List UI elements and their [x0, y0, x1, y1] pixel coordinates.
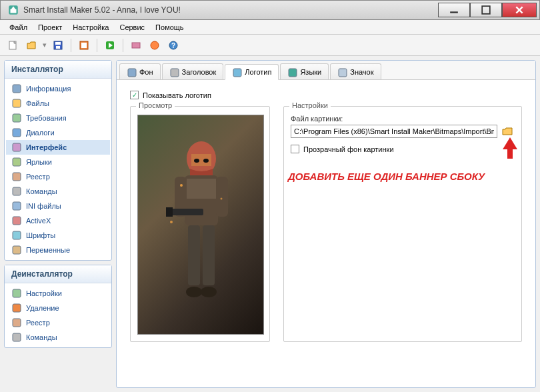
sidebar-item-label: Ярлыки [26, 158, 52, 166]
svg-rect-15 [13, 85, 21, 93]
svg-point-12 [151, 41, 159, 49]
titlebar: Smart Install Maker 5.02 - Anna, I love … [0, 0, 540, 20]
icon-icon [337, 67, 347, 77]
open-button[interactable] [24, 38, 39, 53]
sidebar-item-activex[interactable]: ActiveX [6, 213, 110, 228]
tab-lang[interactable]: Языки [280, 63, 329, 79]
svg-rect-7 [56, 46, 60, 49]
svg-rect-16 [13, 99, 21, 107]
svg-point-39 [203, 159, 209, 163]
svg-point-50 [180, 184, 183, 187]
transparent-label: Прозрачный фон картинки [303, 145, 394, 153]
annotation-text: ДОБАВИТЬ ЕЩЕ ОДИН БАННЕР СБОКУ [288, 171, 485, 182]
sidebar-item-vars[interactable]: Переменные [6, 243, 110, 257]
show-logo-checkbox[interactable]: ✓ [130, 91, 139, 99]
tab-bar: ФонЗаголовокЛоготипЯзыкиЗначок [117, 61, 535, 80]
transparent-checkbox[interactable] [291, 145, 299, 153]
svg-rect-18 [13, 129, 21, 137]
sidebar-item-interface[interactable]: Интерфейс [6, 140, 110, 155]
menu-project[interactable]: Проект [34, 22, 66, 33]
menu-settings[interactable]: Настройка [69, 22, 113, 33]
sidebar-item-label: Шрифты [26, 231, 55, 239]
preview-fieldset: Просмотр [130, 106, 270, 342]
svg-rect-6 [55, 42, 61, 45]
sidebar-uninst-item-registry[interactable]: Реестр [6, 315, 110, 330]
svg-rect-17 [13, 114, 21, 122]
sidebar-item-label: Удаление [26, 304, 59, 312]
maximize-button[interactable] [470, 3, 502, 17]
svg-rect-33 [233, 69, 241, 77]
svg-rect-43 [216, 177, 228, 217]
tab-logo[interactable]: Логотип [225, 64, 279, 80]
run-button[interactable] [103, 38, 117, 53]
content-panel: ФонЗаголовокЛоготипЯзыкиЗначок ✓ Показыв… [116, 60, 536, 388]
svg-rect-34 [289, 69, 297, 77]
svg-rect-3 [482, 6, 490, 14]
show-logo-label: Показывать логотип [143, 91, 211, 99]
tab-label: Значок [350, 68, 373, 76]
sidebar-item-label: Интерфейс [26, 143, 67, 151]
tool2-button[interactable] [147, 38, 162, 53]
menu-help[interactable]: Помощь [151, 22, 188, 33]
sidebar-uninst-item-commands[interactable]: Команды [6, 330, 110, 345]
sidebar-item-windows[interactable]: Диалоги [6, 125, 110, 140]
svg-rect-47 [203, 225, 215, 285]
save-button[interactable] [51, 38, 65, 53]
window-title: Smart Install Maker 5.02 - Anna, I love … [23, 5, 438, 15]
sidebar-item-label: ActiveX [26, 217, 51, 225]
tab-icon[interactable]: Значок [330, 63, 381, 79]
sidebar: Инсталлятор ИнформацияФайлыТребованияДиа… [4, 60, 112, 388]
help-button[interactable]: ? [166, 38, 181, 53]
svg-point-38 [194, 159, 199, 163]
uninstaller-header: Деинсталлятор [5, 265, 111, 283]
sidebar-item-commands[interactable]: Команды [6, 184, 110, 199]
new-button[interactable] [5, 38, 20, 53]
app-icon [7, 4, 19, 16]
sidebar-item-ini[interactable]: INI файлы [6, 199, 110, 213]
main-area: Инсталлятор ИнформацияФайлыТребованияДиа… [0, 56, 540, 392]
installer-panel: Инсталлятор ИнформацияФайлыТребованияДиа… [4, 60, 112, 261]
svg-rect-35 [339, 69, 347, 77]
sidebar-item-list[interactable]: Требования [6, 111, 110, 125]
menu-file[interactable]: Файл [5, 22, 31, 33]
svg-text:?: ? [171, 42, 175, 49]
svg-point-52 [170, 221, 173, 223]
sidebar-item-label: Информация [26, 85, 71, 93]
sidebar-uninst-item-settings[interactable]: Настройки [6, 286, 110, 301]
svg-rect-2 [450, 11, 458, 13]
svg-point-49 [201, 287, 217, 297]
svg-rect-28 [13, 304, 21, 312]
bg-icon [127, 67, 136, 77]
sidebar-item-registry[interactable]: Реестр [6, 169, 110, 184]
tab-bg[interactable]: Фон [119, 63, 161, 79]
tab-label: Фон [139, 68, 153, 76]
tab-header[interactable]: Заголовок [162, 63, 224, 79]
svg-rect-45 [166, 207, 173, 217]
sidebar-item-label: Настройки [26, 289, 62, 297]
logo-preview-image [137, 115, 264, 335]
compile-button[interactable] [77, 38, 91, 53]
svg-rect-9 [81, 43, 87, 48]
svg-rect-20 [13, 158, 21, 166]
sidebar-item-label: Команды [26, 333, 57, 341]
sidebar-item-label: INI файлы [26, 202, 61, 210]
tab-label: Языки [300, 68, 321, 76]
minimize-button[interactable] [438, 3, 470, 17]
tool1-button[interactable] [129, 38, 143, 53]
svg-point-51 [221, 198, 223, 200]
svg-rect-31 [128, 69, 136, 77]
svg-rect-29 [13, 319, 21, 327]
menu-service[interactable]: Сервис [115, 22, 149, 33]
sidebar-uninst-item-delete[interactable]: Удаление [6, 301, 110, 315]
svg-rect-19 [13, 143, 21, 151]
settings-fieldset: Настройки Файл картинки: Прозрачный фон [283, 106, 522, 342]
file-path-input[interactable] [291, 125, 497, 138]
sidebar-item-label: Реестр [26, 319, 50, 327]
close-button[interactable] [502, 3, 537, 17]
annotation-arrow [500, 136, 520, 160]
sidebar-item-fonts[interactable]: Шрифты [6, 228, 110, 243]
sidebar-item-info[interactable]: Информация [6, 81, 110, 96]
sidebar-item-folder[interactable]: Файлы [6, 96, 110, 111]
svg-rect-44 [170, 209, 203, 215]
sidebar-item-shortcut[interactable]: Ярлыки [6, 155, 110, 169]
